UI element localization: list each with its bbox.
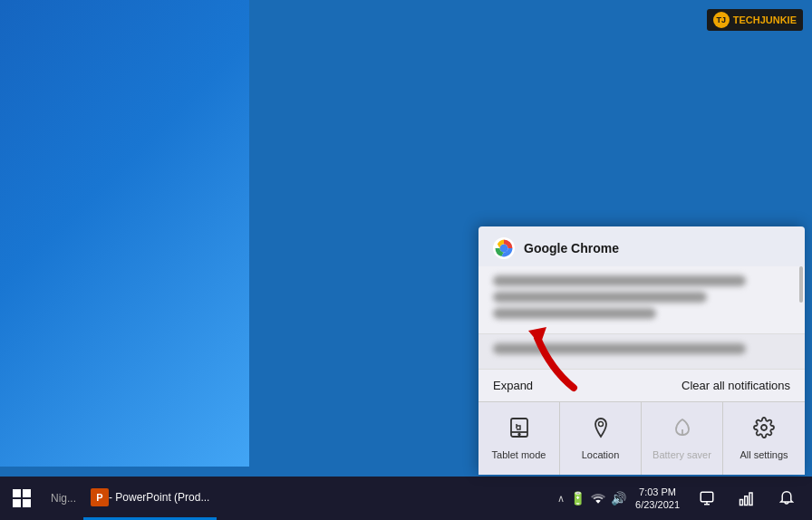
svg-rect-10 xyxy=(701,492,713,502)
quick-tile-all-settings[interactable]: All settings xyxy=(723,402,805,475)
action-center-button[interactable] xyxy=(689,477,725,520)
powerpoint-label: - PowerPoint (Prod... xyxy=(109,491,209,504)
watermark-text: TECHJUNKIE xyxy=(733,14,797,25)
location-icon xyxy=(590,417,612,444)
notif-line-1 xyxy=(493,275,746,286)
svg-point-6 xyxy=(518,434,520,436)
svg-rect-14 xyxy=(745,496,748,506)
tray-volume-icon[interactable]: 🔊 xyxy=(611,491,626,506)
taskbar-right-area: ∧ 🔋 🔊 7:03 PM 6/23/2021 xyxy=(557,477,812,520)
all-settings-label: All settings xyxy=(740,449,788,460)
notification-scrollbar[interactable] xyxy=(799,266,803,303)
battery-saver-label: Battery saver xyxy=(652,449,711,460)
desktop-left-panel xyxy=(0,0,249,467)
taskbar: Nig... P - PowerPoint (Prod... ∧ 🔋 🔊 7:0… xyxy=(0,477,812,520)
start-button[interactable] xyxy=(0,477,44,520)
red-arrow-indicator xyxy=(524,320,587,396)
notification-panel: Google Chrome Expand Clear all notificat… xyxy=(478,226,805,475)
quick-tile-tablet-mode[interactable]: Tablet mode xyxy=(478,402,560,475)
taskbar-date: 6/23/2021 xyxy=(635,498,680,511)
taskbar-powerpoint-item[interactable]: P - PowerPoint (Prod... xyxy=(83,477,217,520)
notif-line-2 xyxy=(493,292,707,303)
clear-all-button[interactable]: Clear all notifications xyxy=(682,379,790,392)
taskbar-time: 7:03 PM xyxy=(639,486,676,498)
quick-tile-location[interactable]: Location xyxy=(560,402,642,475)
taskbar-night-item[interactable]: Nig... xyxy=(44,477,83,520)
tray-chevron-icon[interactable]: ∧ xyxy=(557,493,565,505)
battery-saver-icon xyxy=(672,417,693,444)
notif-line-3 xyxy=(493,308,656,319)
notification-action-bar: Expand Clear all notifications xyxy=(478,369,805,401)
tray-wifi-icon xyxy=(591,491,605,506)
quick-actions-grid: Tablet mode Location Battery saver xyxy=(478,401,805,475)
quick-tile-battery-saver[interactable]: Battery saver xyxy=(642,402,723,475)
taskview-button[interactable] xyxy=(729,477,765,520)
powerpoint-icon: P xyxy=(91,488,109,506)
chrome-app-icon xyxy=(493,237,515,259)
tablet-mode-icon xyxy=(508,417,530,444)
notification-app-header: Google Chrome xyxy=(478,226,805,266)
svg-point-7 xyxy=(598,422,603,427)
svg-point-9 xyxy=(761,425,767,430)
night-label: Nig... xyxy=(51,492,76,505)
tablet-mode-label: Tablet mode xyxy=(492,449,546,460)
svg-point-1 xyxy=(500,245,508,253)
notification-app-name: Google Chrome xyxy=(524,241,619,255)
tray-battery-icon: 🔋 xyxy=(570,491,585,506)
notification-item-1-content xyxy=(493,275,790,319)
show-desktop-button[interactable] xyxy=(768,477,805,520)
windows-logo-icon xyxy=(13,489,31,507)
all-settings-icon xyxy=(753,417,775,444)
system-tray-icons: ∧ 🔋 🔊 xyxy=(557,491,626,506)
taskbar-clock[interactable]: 7:03 PM 6/23/2021 xyxy=(630,486,685,512)
svg-rect-15 xyxy=(749,493,752,506)
watermark: TJ TECHJUNKIE xyxy=(707,9,803,31)
location-label: Location xyxy=(582,449,620,460)
watermark-logo: TJ xyxy=(713,12,730,28)
svg-rect-13 xyxy=(740,500,743,506)
